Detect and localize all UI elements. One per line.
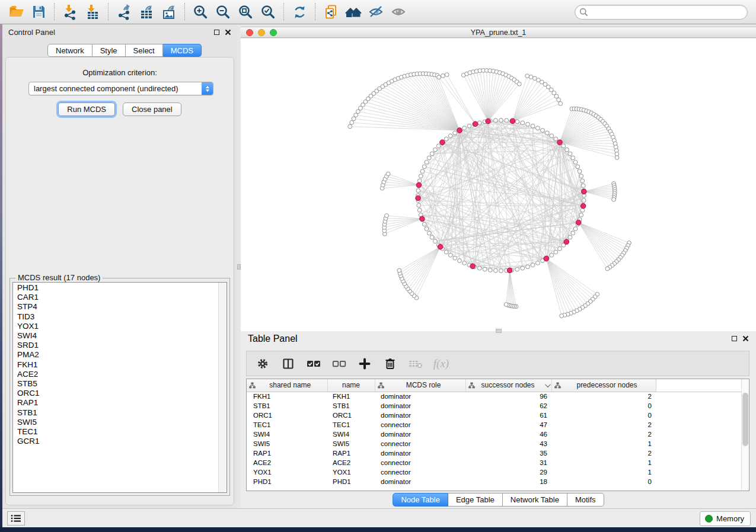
mcds-result-item[interactable]: RAP1 — [17, 398, 218, 408]
table-row[interactable]: PHD1PHD1dominator180 — [247, 477, 741, 486]
mcds-result-item[interactable]: CAR1 — [17, 293, 218, 302]
mcds-result-item[interactable]: SWI5 — [17, 418, 218, 427]
mcds-result-item[interactable]: PMA2 — [17, 350, 218, 360]
float-table-panel-icon[interactable] — [732, 336, 737, 341]
column-header-mcds-role[interactable]: MCDS role — [375, 379, 465, 392]
eye-slash-icon — [368, 4, 384, 20]
zoom-in-icon — [193, 4, 209, 20]
mcds-result-items: PHD1CAR1STP4TID3YOX1SWI4SRD1PMA2FKH1ACE2… — [13, 283, 218, 492]
mcds-result-item[interactable]: SRD1 — [17, 341, 218, 350]
window-close-icon[interactable] — [246, 29, 253, 36]
table-scrollbar-thumb[interactable] — [742, 393, 748, 446]
column-header-successor-nodes[interactable]: successor nodes — [465, 379, 551, 392]
network-title: YPA_prune.txt_1 — [241, 28, 756, 37]
mcds-result-item[interactable]: FKH1 — [17, 360, 218, 370]
tab-motifs[interactable]: Motifs — [567, 493, 604, 507]
tab-mcds[interactable]: MCDS — [163, 44, 202, 57]
mcds-result-item[interactable]: YOX1 — [17, 322, 218, 331]
tab-network[interactable]: Network — [47, 44, 92, 57]
attribute-icon — [468, 382, 475, 389]
column-header-shared-name[interactable]: shared name — [247, 379, 327, 392]
zoom-fit-button[interactable] — [234, 1, 257, 23]
open-button[interactable] — [5, 1, 27, 23]
tab-select[interactable]: Select — [126, 44, 163, 57]
tab-style[interactable]: Style — [92, 44, 126, 57]
column-header-name[interactable]: name — [327, 379, 375, 392]
table-row[interactable]: ACE2ACE2connector311 — [247, 458, 741, 467]
table-row[interactable]: SWI5SWI5connector431 — [247, 439, 741, 448]
close-panel-icon[interactable] — [225, 29, 231, 36]
eye-icon — [390, 4, 407, 20]
control-panel-titlebar: Control Panel — [2, 24, 237, 40]
import-table-button[interactable] — [81, 1, 104, 23]
window-minimize-icon[interactable] — [258, 29, 265, 36]
table-row[interactable]: FKH1FKH1dominator962 — [247, 392, 741, 401]
table-scrollbar[interactable] — [741, 379, 749, 491]
close-panel-button[interactable]: Close panel — [123, 102, 181, 116]
clone-network-button[interactable] — [320, 1, 342, 23]
column-header-predecessor-nodes[interactable]: predecessor nodes — [551, 379, 656, 392]
table-row[interactable]: ORC1ORC1dominator610 — [247, 411, 741, 420]
float-panel-icon[interactable] — [214, 30, 219, 35]
export-network-button[interactable] — [113, 1, 135, 23]
search-input[interactable] — [575, 5, 748, 20]
window-maximize-icon[interactable] — [270, 29, 277, 36]
column-header-filler — [656, 379, 741, 392]
mcds-result-item[interactable]: GCR1 — [17, 437, 218, 446]
table-row[interactable]: YOX1YOX1connector291 — [247, 467, 741, 477]
optimization-criterion-select[interactable]: largest connected component (undirected) — [28, 82, 213, 95]
mcds-result-item[interactable]: STB5 — [17, 379, 218, 389]
network-titlebar: YPA_prune.txt_1 — [241, 27, 756, 38]
table-row[interactable]: SWI4SWI4dominator462 — [247, 430, 741, 439]
horizontal-splitter-grip[interactable] — [496, 329, 502, 333]
network-view-panel: YPA_prune.txt_1 — [241, 24, 756, 331]
run-mcds-button[interactable]: Run MCDS — [58, 102, 115, 116]
table-row[interactable]: RAP1RAP1dominator352 — [247, 448, 741, 458]
mcds-result-item[interactable]: ORC1 — [17, 389, 218, 398]
tab-network-table[interactable]: Network Table — [503, 493, 567, 507]
save-button[interactable] — [27, 1, 50, 23]
mcds-result-item[interactable]: SWI4 — [17, 331, 218, 341]
show-graphics-details-button[interactable] — [387, 1, 410, 23]
delete-table-button[interactable] — [407, 354, 425, 373]
mcds-result-item[interactable]: TEC1 — [17, 427, 218, 437]
trash-icon — [384, 357, 396, 370]
export-table-button[interactable] — [135, 1, 158, 23]
zoom-out-button[interactable] — [212, 1, 234, 23]
show-columns-button[interactable] — [279, 354, 297, 373]
hide-graphics-details-button[interactable] — [365, 1, 387, 23]
table-tabs: Node Table Edge Table Network Table Moti… — [241, 493, 756, 507]
mcds-result-item[interactable]: TID3 — [17, 312, 218, 322]
mcds-result-item[interactable]: ACE2 — [17, 370, 218, 379]
import-network-button[interactable] — [59, 1, 81, 23]
mcds-result-item[interactable]: PHD1 — [17, 283, 218, 293]
function-builder-button[interactable]: f(x) — [432, 354, 450, 373]
mcds-result-item[interactable]: STB1 — [17, 408, 218, 418]
home-button[interactable] — [342, 1, 365, 23]
unselect-all-columns-button[interactable] — [330, 354, 348, 373]
add-column-button[interactable] — [356, 354, 374, 373]
table-row[interactable]: STB1STB1dominator620 — [247, 401, 741, 411]
toolbar-separator — [108, 3, 109, 21]
zoom-selected-button[interactable] — [257, 1, 279, 23]
fx-icon: f(x) — [433, 357, 449, 370]
toolbar-separator — [315, 3, 315, 21]
delete-column-button[interactable] — [381, 354, 399, 373]
clone-network-icon — [323, 4, 339, 20]
mcds-result-scrollbar[interactable] — [218, 283, 227, 492]
network-canvas[interactable] — [241, 39, 756, 331]
memory-button[interactable]: Memory — [700, 511, 751, 526]
zoom-in-button[interactable] — [189, 1, 212, 23]
close-table-panel-icon[interactable] — [742, 335, 749, 342]
mcds-result-item[interactable]: STP4 — [17, 302, 218, 312]
tab-edge-table[interactable]: Edge Table — [448, 493, 503, 507]
export-image-button[interactable] — [158, 1, 180, 23]
tab-node-table[interactable]: Node Table — [393, 493, 448, 507]
column-settings-button[interactable] — [254, 354, 272, 373]
mcds-buttons-row: Run MCDS Close panel — [6, 102, 234, 116]
search-field-wrap — [575, 5, 748, 20]
table-row[interactable]: TEC1TEC1connector472 — [247, 420, 741, 430]
select-all-columns-button[interactable] — [305, 354, 323, 373]
show-task-history-button[interactable] — [7, 511, 25, 525]
refresh-button[interactable] — [288, 1, 311, 23]
